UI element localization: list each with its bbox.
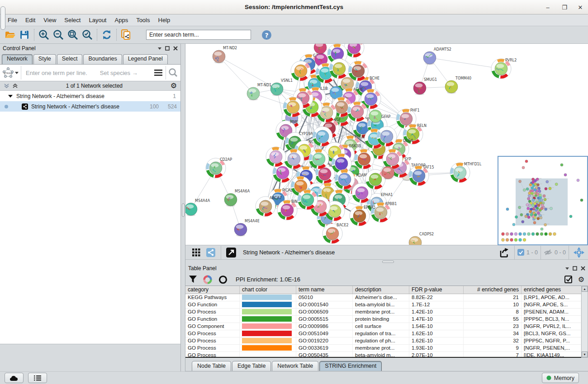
scrollbar-thumb[interactable] <box>0 6 5 30</box>
tree-expand-icon[interactable] <box>8 95 13 98</box>
network-node[interactable] <box>348 61 368 81</box>
network-node[interactable]: MTHFD1L <box>450 162 482 183</box>
open-session-button[interactable] <box>3 28 17 42</box>
network-node[interactable]: ADAMTS2 <box>423 47 451 65</box>
select-columns-icon[interactable] <box>564 276 573 284</box>
panel-menu-icon[interactable] <box>565 267 569 270</box>
save-session-button[interactable] <box>17 28 32 42</box>
network-node[interactable]: MS4A6A <box>224 189 250 207</box>
network-node[interactable] <box>291 61 311 81</box>
network-from-file-button[interactable] <box>119 28 133 42</box>
col-fdr[interactable]: FDR p-value <box>409 286 464 294</box>
detach-view-button[interactable] <box>224 246 238 259</box>
network-node[interactable]: BACE2 <box>322 223 349 244</box>
tab-select[interactable]: Select <box>57 54 83 64</box>
network-node[interactable]: TOMM40 <box>445 76 471 94</box>
string-query-placeholder[interactable]: Enter one term per line. <box>26 70 87 76</box>
navigate-button[interactable] <box>572 246 586 259</box>
gear-icon[interactable]: ⚙ <box>578 276 584 283</box>
network-node[interactable]: APBB1 <box>371 202 397 222</box>
table-row[interactable]: GO ComponentGO:0009986cell surface1.54E-… <box>185 323 581 330</box>
close-button[interactable]: ✕ <box>574 4 587 11</box>
table-row[interactable]: GO ProcessGO:0006509membrane prot...1.42… <box>185 309 581 316</box>
zoom-selected-button[interactable] <box>80 28 95 42</box>
panel-menu-icon[interactable] <box>158 47 161 50</box>
col-num-genes[interactable]: # enriched genes <box>464 286 522 294</box>
network-node[interactable]: MT-ND2 <box>213 46 237 64</box>
col-category[interactable]: category <box>185 286 240 294</box>
network-node[interactable] <box>354 149 374 169</box>
network-node[interactable] <box>309 149 329 169</box>
search-input[interactable] <box>146 30 251 40</box>
table-row[interactable]: GO ProcessGO:0051049regulation of tra...… <box>185 330 581 337</box>
network-node[interactable]: SMUG1 <box>413 78 437 95</box>
memory-button[interactable]: Memory <box>542 373 579 383</box>
table-row[interactable]: GO ProcessGO:0019220regulation of ph...1… <box>185 337 581 345</box>
maximize-button[interactable]: ❐ <box>558 4 571 11</box>
table-row[interactable]: KEGG Pathways05010Alzheimer's dise...8.8… <box>185 294 581 301</box>
network-node[interactable]: TAF15 <box>409 165 434 186</box>
network-row[interactable]: String Network - Alzheimer's disease 100… <box>0 101 180 112</box>
menu-apps[interactable]: Apps <box>111 14 133 26</box>
network-node[interactable]: MS4A4A <box>185 199 210 216</box>
collapse-all-icon[interactable] <box>4 83 9 89</box>
col-description[interactable]: description <box>353 286 409 294</box>
network-node[interactable] <box>383 149 403 169</box>
scroll-down-button[interactable]: ▼ <box>582 351 588 357</box>
pie-chart-icon[interactable] <box>203 275 212 284</box>
filter-icon[interactable] <box>189 276 197 283</box>
tab-legend-panel[interactable]: Legend Panel <box>123 54 168 64</box>
menu-edit[interactable]: Edit <box>21 14 39 26</box>
string-protocol-selector[interactable]: STRING <box>0 67 21 79</box>
col-term-name[interactable]: term name <box>296 286 353 294</box>
network-node[interactable] <box>335 169 355 189</box>
network-node[interactable] <box>266 147 286 167</box>
string-search-button[interactable] <box>166 66 180 80</box>
zoom-fit-button[interactable] <box>66 28 80 42</box>
table-row[interactable]: GO ProcessGO:0033619membrane prot...1.93… <box>185 345 581 352</box>
tab-string-enrichment[interactable]: STRING Enrichment <box>319 361 382 371</box>
network-node[interactable] <box>283 97 303 117</box>
tab-network[interactable]: Network <box>2 54 33 64</box>
string-options-button[interactable] <box>151 66 166 80</box>
set-species-label[interactable]: Set species → <box>100 70 138 76</box>
network-node[interactable] <box>314 44 327 55</box>
network-node[interactable]: PVRL2 <box>491 58 517 79</box>
network-node[interactable]: CADPS2 <box>409 232 434 245</box>
zoom-out-button[interactable] <box>51 28 66 42</box>
network-node[interactable]: CD2AP <box>206 158 232 178</box>
birds-eye-view[interactable] <box>498 156 588 245</box>
export-network-button[interactable] <box>497 246 512 259</box>
network-node[interactable]: BIN1 <box>277 200 300 220</box>
col-chart-color[interactable]: chart color <box>240 286 296 294</box>
share-view-button[interactable] <box>204 246 218 259</box>
tab-style[interactable]: Style <box>33 54 56 64</box>
table-row[interactable]: GO FunctionGO:0005515protein binding1.47… <box>185 316 581 323</box>
ring-chart-icon[interactable] <box>218 275 228 284</box>
close-panel-icon[interactable] <box>581 266 585 271</box>
zoom-in-button[interactable] <box>37 28 51 42</box>
menu-tools[interactable]: Tools <box>132 14 154 26</box>
menu-file[interactable]: File <box>4 14 21 26</box>
splitter-handle[interactable] <box>382 261 394 263</box>
task-history-button[interactable] <box>28 373 47 383</box>
menu-view[interactable]: View <box>39 14 60 26</box>
close-panel-icon[interactable] <box>173 46 178 51</box>
table-row[interactable]: GO ProcessGO:0050435beta-amyloid m...2.0… <box>185 352 581 358</box>
tab-boundaries[interactable]: Boundaries <box>83 54 122 64</box>
help-button[interactable]: ? <box>259 28 274 42</box>
expand-all-icon[interactable] <box>12 83 18 89</box>
network-collection-row[interactable]: String Network - Alzheimer's disease 1 <box>0 91 180 101</box>
network-node[interactable] <box>284 149 304 169</box>
network-node[interactable] <box>298 190 318 210</box>
network-node[interactable] <box>313 126 332 146</box>
col-genes[interactable]: enriched genes <box>522 286 581 294</box>
refresh-button[interactable] <box>100 28 114 42</box>
float-panel-icon[interactable] <box>573 266 577 271</box>
minimize-button[interactable]: – <box>541 4 555 11</box>
splitter-handle[interactable] <box>182 203 185 217</box>
cloud-tasks-button[interactable] <box>5 373 24 383</box>
network-node[interactable] <box>329 59 349 79</box>
menu-layout[interactable]: Layout <box>85 14 110 26</box>
scroll-up-button[interactable]: ▲ <box>582 286 588 292</box>
